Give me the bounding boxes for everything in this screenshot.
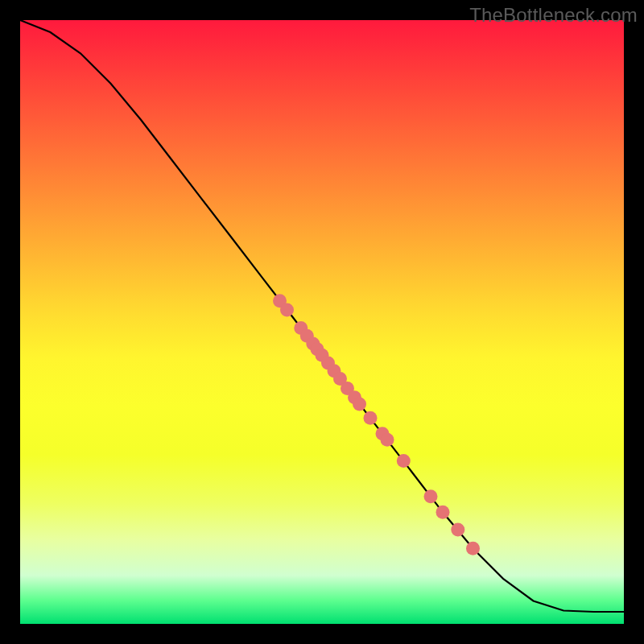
bottleneck-curve: [20, 20, 624, 612]
data-point: [451, 523, 464, 537]
chart-frame: TheBottleneck.com: [0, 0, 644, 644]
data-point: [397, 454, 411, 468]
data-point: [381, 433, 394, 447]
data-point: [424, 489, 438, 503]
data-point: [280, 303, 294, 317]
data-point: [353, 398, 366, 411]
data-point: [466, 542, 480, 555]
data-point: [436, 506, 450, 519]
chart-overlay: [20, 20, 624, 624]
data-point: [364, 411, 378, 425]
